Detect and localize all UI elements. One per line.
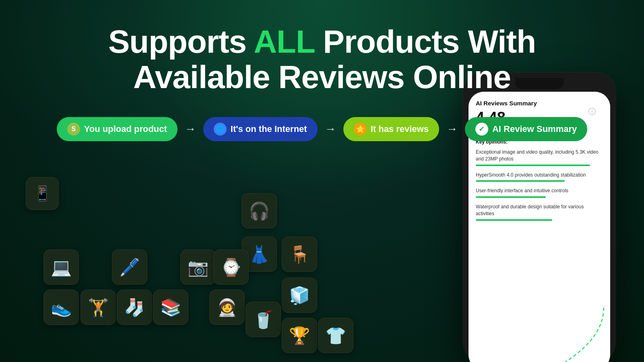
opinion-2: HyperSmooth 4.0 provides outstanding sta… — [476, 172, 603, 182]
product-chair: 🪑 — [282, 237, 317, 272]
phone-outer: AI Reviews Summary i 4.48 /5 based on 26… — [463, 72, 616, 362]
step-ai-label: AI Review Summary — [492, 124, 577, 134]
bottom-section: 📱 🎧 👗 🪑 💻 🖊️ 📷 ⌚ 🧊 👟 🏋️ 🧦 📚 🧑‍🚀 🥤 🏆 👕 — [0, 177, 644, 362]
check-icon: ✓ — [475, 123, 488, 136]
product-soda: 🥤 — [246, 302, 281, 337]
step-internet: 🌐 It's on the Internet — [203, 117, 318, 141]
opinion-3: User-friendly interface and intuitive co… — [476, 187, 603, 198]
step-reviews: ⭐ It has reviews — [343, 117, 439, 141]
step-upload: S You upload product — [57, 117, 178, 141]
product-camera: 📷 — [180, 249, 216, 285]
opinion-1-text: Exceptional image and video quality, inc… — [476, 149, 603, 162]
product-fridge: 🧊 — [282, 278, 317, 313]
title-line1: Supports ALL Products With — [0, 24, 644, 60]
info-icon: i — [588, 108, 596, 115]
title-line2: Available Reviews Online — [0, 60, 644, 95]
opinion-4: Waterproof and durable design suitable f… — [476, 204, 603, 221]
opinion-1: Exceptional image and video quality, inc… — [476, 149, 603, 166]
product-shirt: 👕 — [318, 318, 353, 353]
product-sneakers: 👟 — [43, 290, 79, 325]
phone-mockup: AI Reviews Summary i 4.48 /5 based on 26… — [463, 72, 616, 362]
product-weights: 🏋️ — [80, 290, 116, 325]
title-highlight: ALL — [254, 24, 314, 60]
ai-summary-title: AI Reviews Summary — [476, 100, 603, 107]
opinion-4-text: Waterproof and durable design suitable f… — [476, 204, 603, 217]
arrow-2: → — [325, 123, 336, 136]
opinion-4-bar — [476, 219, 552, 221]
opinion-1-bar — [476, 165, 590, 166]
arrow-3: → — [446, 123, 458, 136]
opinion-3-text: User-friendly interface and intuitive co… — [476, 187, 603, 194]
opinion-3-bar — [476, 196, 546, 198]
product-phone: 📱 — [26, 177, 59, 210]
product-icons: 📱 🎧 👗 🪑 💻 🖊️ 📷 ⌚ 🧊 👟 🏋️ 🧦 📚 🧑‍🚀 🥤 🏆 👕 — [0, 177, 346, 362]
product-pens: 🖊️ — [112, 249, 147, 285]
flow-section: S You upload product → 🌐 It's on the Int… — [0, 117, 644, 141]
star-icon: ⭐ — [354, 123, 367, 136]
product-socks: 🧦 — [117, 290, 152, 325]
shopify-icon: S — [67, 123, 80, 136]
product-trophy: 🏆 — [282, 318, 317, 353]
globe-icon: 🌐 — [214, 123, 227, 136]
product-headphones: 🎧 — [242, 193, 277, 228]
product-watch: ⌚ — [213, 249, 249, 285]
step-upload-label: You upload product — [84, 124, 167, 134]
opinion-2-text: HyperSmooth 4.0 provides outstanding sta… — [476, 172, 603, 179]
product-laptop: 💻 — [43, 249, 79, 285]
product-book: 📚 — [153, 290, 188, 325]
product-astronaut: 🧑‍🚀 — [209, 290, 245, 325]
opinion-2-bar — [476, 180, 565, 182]
step-reviews-label: It has reviews — [371, 124, 429, 134]
step-internet-label: It's on the Internet — [231, 124, 307, 134]
phone-notch — [515, 78, 564, 89]
arrow-1: → — [185, 123, 196, 136]
step-ai: ✓ AI Review Summary — [465, 117, 587, 141]
